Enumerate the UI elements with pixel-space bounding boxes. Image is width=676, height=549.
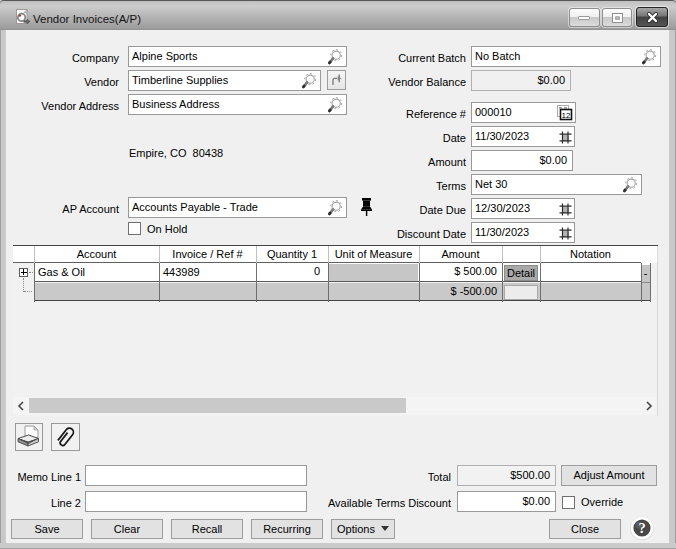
svg-text:12: 12: [562, 111, 571, 120]
svg-text:?: ?: [638, 520, 645, 536]
